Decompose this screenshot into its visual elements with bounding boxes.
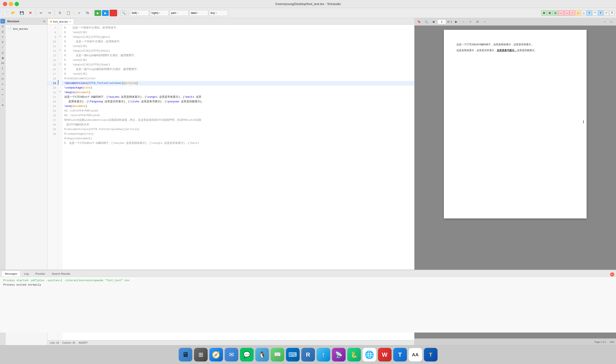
- new-file-button[interactable]: 📄: [1, 10, 9, 16]
- messages-exit-line: Process exited normally: [3, 283, 613, 286]
- dock-qq[interactable]: 🐧: [255, 348, 269, 362]
- labels-icon[interactable]: ✦: [0, 35, 5, 39]
- grid-icon[interactable]: ▦: [0, 56, 5, 60]
- fold-15[interactable]: ▼: [59, 63, 61, 65]
- spell-check-button[interactable]: ✓: [75, 10, 83, 16]
- label-dropdown[interactable]: label ▾: [189, 10, 208, 16]
- math-btn-2[interactable]: ▩: [547, 10, 552, 16]
- pdf-search-btn[interactable]: 🔍: [423, 19, 429, 25]
- minimize-button[interactable]: [9, 2, 13, 6]
- insert-icon[interactable]: ↓: [0, 98, 5, 102]
- line-num-27: 27: [47, 118, 58, 122]
- paste-button[interactable]: 📋: [65, 10, 72, 16]
- math-btn-6[interactable]: |: [570, 10, 575, 16]
- tex-T-btn[interactable]: T: [587, 10, 592, 16]
- pdf-prev-page[interactable]: ◀: [430, 19, 436, 25]
- run-button[interactable]: ▶: [102, 10, 109, 16]
- math-btn-8[interactable]: △: [581, 10, 586, 16]
- tex-T2-btn[interactable]: T: [598, 10, 603, 16]
- open-file-button[interactable]: 📂: [10, 10, 17, 16]
- dock-finder[interactable]: 🖥: [179, 348, 192, 362]
- dock-vscode[interactable]: ⌨: [286, 348, 300, 362]
- messages-tab-search[interactable]: Search Results: [48, 271, 73, 277]
- fullscreen-button[interactable]: [15, 2, 19, 6]
- tab-close-button[interactable]: ✕: [69, 20, 71, 23]
- pdf-fit-width[interactable]: ↔: [482, 19, 488, 25]
- line-num-14: 14: [47, 58, 58, 63]
- dock-portal[interactable]: 📡: [332, 348, 346, 362]
- editor-tab-font-test[interactable]: font_test.tex ✕: [47, 19, 74, 25]
- math-btn-5[interactable]: —: [564, 10, 569, 16]
- dock-wps[interactable]: W: [378, 348, 392, 362]
- close-tab-button[interactable]: ✕: [27, 10, 34, 16]
- pdf-zoom-out[interactable]: −: [461, 19, 466, 25]
- part-dropdown[interactable]: part ▾: [170, 10, 189, 16]
- tiny-dropdown[interactable]: tiny ▾: [209, 10, 228, 16]
- fold-9[interactable]: ▼: [59, 35, 61, 38]
- dock-launchpad[interactable]: ⊞: [194, 348, 208, 362]
- arrow-icon[interactable]: ↵: [0, 92, 5, 97]
- sidebar-close-button[interactable]: ✕: [43, 20, 45, 23]
- bibtex-icon[interactable]: B: [0, 40, 5, 44]
- messages-close-button[interactable]: ✕: [610, 272, 614, 277]
- redo-button[interactable]: ↪: [45, 10, 53, 16]
- sup-icon[interactable]: x²: [0, 87, 5, 92]
- fold-12[interactable]: ▼: [59, 49, 61, 51]
- dock-pycharm[interactable]: 🐍: [347, 348, 361, 362]
- structure-icon[interactable]: ≡: [0, 19, 5, 24]
- script-icon[interactable]: 𝒜: [0, 71, 5, 76]
- pdf-maximize[interactable]: □: [608, 19, 614, 25]
- save-file-button[interactable]: 💾: [18, 10, 26, 16]
- math-btn-4[interactable]: —: [558, 10, 564, 16]
- messages-process-line: Process started: pdflatex -synctex=1 -in…: [3, 279, 613, 282]
- pdf-minimize[interactable]: ─: [602, 19, 608, 25]
- pdf-next-page[interactable]: ▶: [453, 19, 459, 25]
- close-button[interactable]: [3, 2, 7, 6]
- tex-T3-btn[interactable]: T: [604, 10, 609, 16]
- sub-icon[interactable]: x₂: [0, 82, 5, 86]
- italic-icon[interactable]: I: [0, 45, 5, 50]
- build-compile-button[interactable]: ▶: [95, 10, 101, 16]
- pdf-page-input[interactable]: [437, 20, 446, 24]
- messages-tab-log[interactable]: Log: [21, 271, 32, 277]
- plus-icon[interactable]: ⊕: [0, 103, 5, 107]
- pdf-fit-page[interactable]: ⊡: [475, 19, 481, 25]
- bookmarks-icon[interactable]: ☰: [0, 24, 5, 29]
- math-btn-3[interactable]: ▤: [553, 10, 558, 16]
- separator-1: [35, 11, 36, 15]
- toc-icon[interactable]: ☰: [0, 29, 5, 34]
- dock-eudic[interactable]: 📖: [271, 348, 284, 362]
- fold-21[interactable]: ▼: [59, 91, 61, 93]
- dock-fonts[interactable]: AA: [408, 348, 422, 362]
- math-btn-1[interactable]: ▦: [541, 10, 547, 16]
- messages-tab-messages[interactable]: Messages: [2, 271, 20, 277]
- sidebar-file-item[interactable]: 📄 font_test.tex: [5, 26, 47, 32]
- ps-icon[interactable]: PS: [0, 61, 5, 65]
- search-button[interactable]: 🔍: [120, 10, 127, 16]
- math-btn-7[interactable]: △: [575, 10, 581, 16]
- tex-quote-btn[interactable]: ❝: [592, 10, 598, 16]
- stop-button[interactable]: ■: [110, 10, 117, 16]
- dock-wechat[interactable]: 💬: [240, 348, 254, 362]
- line-num-10: 10: [47, 39, 58, 44]
- sigma-icon[interactable]: Σ: [0, 66, 5, 71]
- tex-T4-btn[interactable]: T̄: [609, 10, 615, 16]
- dock-texstudio[interactable]: T: [393, 348, 407, 362]
- underline-icon[interactable]: U: [0, 50, 5, 55]
- dock-mail[interactable]: ✉: [225, 348, 238, 362]
- pdf-zoom-in[interactable]: +: [468, 19, 474, 25]
- pdf-red-bookmark[interactable]: 🔖: [416, 19, 422, 25]
- copy-button[interactable]: ⎘: [56, 10, 64, 16]
- dock-safari[interactable]: 🧭: [209, 348, 223, 362]
- comment-button[interactable]: %: [84, 10, 91, 16]
- messages-tab-preview[interactable]: Preview: [32, 271, 48, 277]
- dock-arrow[interactable]: ↑: [317, 348, 330, 362]
- dock-chrome[interactable]: 🌐: [363, 348, 376, 362]
- left-paren-dropdown[interactable]: \left( ▾: [130, 10, 149, 16]
- undo-button[interactable]: ↩: [37, 10, 45, 16]
- sidebar-header: Structure ✕: [5, 18, 47, 25]
- right-paren-dropdown[interactable]: \right) ▾: [150, 10, 169, 16]
- ss-icon[interactable]: SS: [0, 77, 5, 81]
- dock-texshop[interactable]: T: [424, 348, 437, 362]
- dock-rstudio[interactable]: R: [301, 348, 315, 362]
